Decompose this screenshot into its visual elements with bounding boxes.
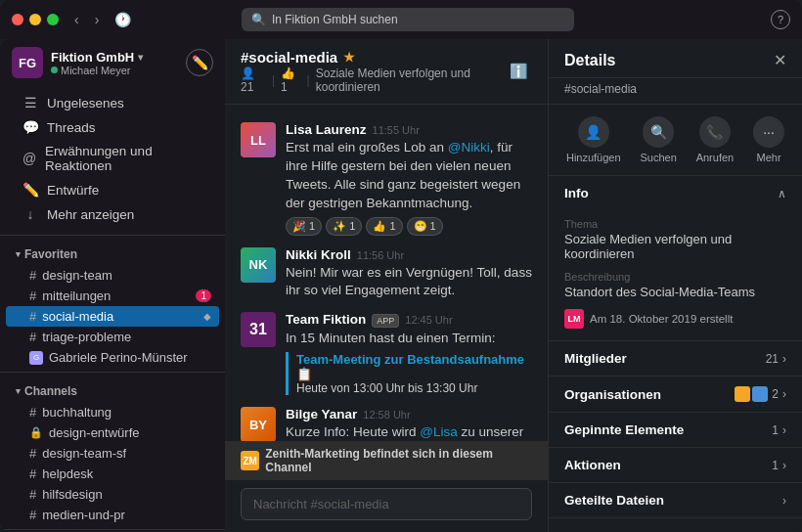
sidebar-item-unread[interactable]: ☰ Ungelesenes (6, 91, 219, 114)
channel-buchhaltung[interactable]: # buchhaltung (6, 402, 219, 422)
members-section-header[interactable]: Mitglieder 21 › (549, 341, 802, 376)
org-badges (735, 386, 768, 402)
channel-hilfsdesign[interactable]: # hilfsdesign (6, 484, 219, 505)
orgs-section: Organisationen 2 › (549, 377, 802, 413)
workspace-info: Fiktion GmbH ▾ Michael Meyer (51, 50, 178, 76)
details-title: Details (564, 52, 774, 69)
sidebar-item-more[interactable]: ↓ Mehr anzeigen (6, 202, 219, 226)
channels-label[interactable]: ▾ Channels (16, 384, 209, 398)
message-input[interactable]: Nachricht #social-media (241, 488, 532, 520)
team-fiktion-body: Team Fiktion APP 12:45 Uhr In 15 Minuten… (286, 312, 532, 395)
hash-icon: # (29, 309, 36, 324)
sidebar-nav: ☰ Ungelesenes 💬 Threads @ Erwähnungen un… (0, 86, 225, 231)
description-value: Standort des Social-Media-Teams (564, 285, 786, 299)
orgs-section-header[interactable]: Organisationen 2 › (549, 377, 802, 412)
topic-value: Soziale Medien verfolgen und koordiniere… (564, 232, 786, 261)
channel-mitteilungen[interactable]: # mitteilungen 1 (6, 286, 219, 306)
traffic-lights (12, 14, 59, 25)
files-title: Geteilte Dateien (564, 493, 782, 508)
mentions-icon: @ (22, 151, 37, 166)
org-badge-2 (752, 386, 768, 402)
channel-design-entwuerfe[interactable]: 🔒 design-entwürfe (6, 422, 219, 443)
channel-social-media[interactable]: # social-media ◆ (6, 306, 219, 327)
drafts-icon: ✏️ (22, 182, 39, 198)
unread-badge: 1 (196, 289, 211, 302)
back-button[interactable]: ‹ (70, 10, 83, 29)
help-button[interactable]: ? (771, 10, 790, 29)
message-text: In 15 Minuten hast du einen Termin: (286, 330, 532, 348)
message-header: Lisa Laurenz 11:55 Uhr (286, 122, 532, 137)
dm-gabriele[interactable]: G Gabriele Perino-Münster (6, 347, 219, 368)
star-icon[interactable]: ★ (343, 50, 355, 65)
workspace-avatar: FG (12, 47, 43, 78)
message-text: Kurze Info: Heute wird @Lisa zu unserer … (286, 423, 532, 441)
info-button[interactable]: ℹ️ (506, 61, 532, 82)
message-header: Team Fiktion APP 12:45 Uhr (286, 312, 532, 328)
chat-header: #social-media ★ 👤 21 | 👍 1 | Soziale Med… (225, 39, 548, 105)
forward-button[interactable]: › (91, 10, 104, 29)
titlebar: ‹ › 🕐 🔍 In Fiktion GmbH suchen ? (0, 0, 802, 39)
add-member-icon: 👤 (578, 116, 609, 148)
details-header: Details ✕ (549, 39, 802, 78)
hash-icon: # (29, 466, 36, 481)
reaction-2[interactable]: ✨ 1 (326, 217, 362, 236)
pinned-section-header[interactable]: Gepinnte Elemente 1 › (549, 413, 802, 447)
channel-design-team-sf[interactable]: # design-team-sf (6, 443, 219, 464)
action-search[interactable]: 🔍 Suchen (640, 116, 676, 163)
favorites-section: ▾ Favoriten (0, 240, 225, 265)
search-bar[interactable]: 🔍 In Fiktion GmbH suchen (242, 8, 574, 31)
message-reactions: 🎉 1 ✨ 1 👍 1 😁 1 (286, 217, 532, 236)
action-add[interactable]: 👤 Hinzufügen (566, 116, 621, 163)
channel-medien-und-pr[interactable]: # medien-und-pr (6, 505, 219, 525)
channel-design-team[interactable]: # design-team (6, 265, 219, 286)
info-section-header[interactable]: Info ∧ (549, 176, 802, 210)
hash-icon: # (29, 508, 36, 522)
message-input-area: Nachricht #social-media (225, 480, 548, 532)
bookmark-icon: ◆ (203, 311, 211, 322)
members-count: 👤 21 (241, 66, 266, 94)
details-subtitle: #social-media (549, 78, 802, 105)
lock-icon: 🔒 (29, 426, 43, 439)
lisa-message-body: Lisa Laurenz 11:55 Uhr Erst mal ein groß… (286, 122, 532, 236)
info-section-title: Info (564, 186, 778, 200)
channels-section: ▾ Channels (0, 377, 225, 402)
close-details-button[interactable]: ✕ (774, 51, 786, 69)
channel-helpdesk[interactable]: # helpdesk (6, 464, 219, 484)
pinned-title: Gepinnte Elemente (564, 422, 772, 437)
actions-title: Aktionen (564, 458, 772, 472)
fullscreen-traffic-light[interactable] (47, 14, 59, 25)
workspace-user: Michael Meyer (51, 65, 178, 76)
files-section-header[interactable]: Geteilte Dateien › (549, 483, 802, 517)
history-button[interactable]: 🕐 (111, 10, 135, 29)
reaction-1[interactable]: 🎉 1 (286, 217, 322, 236)
channel-triage-probleme[interactable]: # triage-probleme (6, 327, 219, 347)
notification-bar: ZM Zenith-Marketing befindet sich in die… (225, 441, 548, 480)
nav-buttons: ‹ › 🕐 (70, 10, 135, 29)
hash-icon: # (29, 288, 36, 303)
orgs-title: Organisationen (564, 387, 735, 402)
reactions-count: 👍 1 (281, 66, 301, 94)
org-badge-1 (735, 386, 750, 402)
channel-meta: 👤 21 | 👍 1 | Soziale Medien verfolgen un… (241, 66, 498, 94)
description-field: Beschreibung Standort des Social-Media-T… (564, 271, 786, 299)
message-team-fiktion: 31 Team Fiktion APP 12:45 Uhr In 15 Minu… (241, 306, 532, 401)
meeting-time: Heute von 13:00 Uhr bis 13:30 Uhr (296, 381, 532, 395)
sidebar-item-mentions[interactable]: @ Erwähnungen und Reaktionen (6, 140, 219, 177)
channel-title: #social-media ★ (241, 49, 498, 66)
compose-button[interactable]: ✏️ (186, 49, 213, 76)
close-traffic-light[interactable] (12, 14, 23, 25)
minimize-traffic-light[interactable] (29, 14, 41, 25)
workspace-name: Fiktion GmbH ▾ (51, 50, 178, 65)
workspace-header: FG Fiktion GmbH ▾ Michael Meyer ✏️ (0, 39, 225, 86)
members-section: Mitglieder 21 › (549, 341, 802, 377)
pinned-section: Gepinnte Elemente 1 › (549, 413, 802, 448)
action-more[interactable]: ··· Mehr (753, 116, 784, 163)
reaction-3[interactable]: 👍 1 (366, 217, 402, 236)
sidebar-item-threads[interactable]: 💬 Threads (6, 115, 219, 139)
actions-section-header[interactable]: Aktionen 1 › (549, 448, 802, 482)
reaction-4[interactable]: 😁 1 (407, 217, 443, 236)
action-call[interactable]: 📞 Anrufen (696, 116, 735, 163)
sidebar-item-drafts[interactable]: ✏️ Entwürfe (6, 178, 219, 201)
favorites-label[interactable]: ▾ Favoriten (16, 247, 209, 261)
details-panel: Details ✕ #social-media 👤 Hinzufügen 🔍 S… (548, 39, 802, 532)
